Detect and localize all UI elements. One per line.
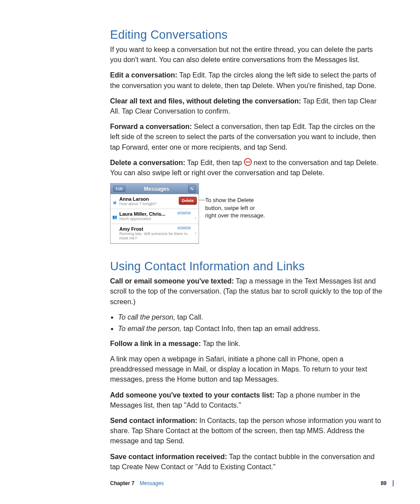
italic-text: To call the person,: [118, 313, 175, 321]
run-in-label: Clear all text and files, without deleti…: [110, 97, 301, 105]
run-in-label: Delete a conversation:: [110, 159, 185, 166]
figure-messages-delete: Edit Messages ✎ Anna Larson How about 7 …: [110, 183, 383, 244]
paragraph: Save contact information received: Tap t…: [110, 452, 383, 472]
paragraph: If you want to keep a conversation but n…: [110, 44, 383, 65]
message-date: 6/08/09: [177, 211, 191, 215]
paragraph: Clear all text and files, without deleti…: [110, 96, 383, 116]
body-text: Tap Edit, then tap: [185, 159, 244, 166]
paragraph: Edit a conversation: Tap Edit. Tap the c…: [110, 70, 383, 90]
figure-callout: To show the Delete button, swipe left or…: [205, 196, 267, 220]
body-text: tap Call.: [175, 313, 203, 321]
run-in-label: Call or email someone you've texted:: [110, 277, 234, 285]
paragraph: A link may open a webpage in Safari, ini…: [110, 354, 383, 385]
edit-button[interactable]: Edit: [113, 186, 125, 192]
message-row[interactable]: 👥 Laura Miller, Chris... Much appreciate…: [111, 209, 199, 224]
run-in-label: Add someone you've texted to your contac…: [110, 391, 275, 399]
phone-mock: Edit Messages ✎ Anna Larson How about 7 …: [110, 183, 199, 244]
paragraph: Add someone you've texted to your contac…: [110, 390, 383, 410]
body-text: tap Contact Info, then tap an email addr…: [181, 325, 320, 332]
list-item: To email the person, tap Contact Info, t…: [118, 324, 383, 334]
paragraph: Follow a link in a message: Tap the link…: [110, 338, 383, 349]
body-text: Tap the link.: [201, 340, 240, 347]
bullet-list: To call the person, tap Call. To email t…: [110, 312, 383, 334]
message-row[interactable]: Anna Larson How about 7 tonight? Delete: [111, 194, 199, 209]
run-in-label: Forward a conversation:: [110, 123, 192, 130]
compose-icon[interactable]: ✎: [188, 185, 196, 193]
heading-editing-conversations: Editing Conversations: [110, 28, 383, 42]
paragraph: Call or email someone you've texted: Tap…: [110, 276, 383, 307]
phone-header: Edit Messages ✎: [111, 184, 199, 194]
paragraph: Forward a conversation: Select a convers…: [110, 121, 383, 152]
paragraph: Send contact information: In Contacts, t…: [110, 416, 383, 446]
phone-title: Messages: [144, 186, 169, 192]
message-preview: Much appreciated: [119, 217, 196, 221]
run-in-label: Follow a link in a message:: [110, 340, 201, 347]
message-preview: Running late. Will someone be there to m…: [119, 232, 196, 241]
delete-button[interactable]: Delete: [179, 197, 197, 205]
unread-dot-icon: [113, 201, 116, 204]
message-row[interactable]: Amy Frost Running late. Will someone be …: [111, 224, 199, 244]
run-in-label: Send contact information:: [110, 417, 197, 424]
heading-contact-info-links: Using Contact Information and Links: [110, 260, 383, 273]
chapter-label: Chapter 7: [110, 480, 134, 486]
chapter-title: Messages: [140, 480, 164, 486]
list-item: To call the person, tap Call.: [118, 312, 383, 323]
chevron-right-icon: ›: [195, 215, 196, 221]
run-in-label: Save contact information received:: [110, 453, 227, 460]
group-icon: 👥: [112, 215, 117, 219]
page-footer: Chapter 7 Messages 89: [110, 480, 394, 486]
page-number: 89: [381, 480, 387, 486]
italic-text: To email the person,: [118, 325, 181, 332]
chevron-right-icon: ›: [195, 230, 196, 235]
minus-circle-icon: [244, 158, 252, 166]
message-date: 6/08/09: [177, 226, 191, 230]
paragraph: Delete a conversation: Tap Edit, then ta…: [110, 158, 383, 178]
run-in-label: Edit a conversation:: [110, 71, 177, 79]
